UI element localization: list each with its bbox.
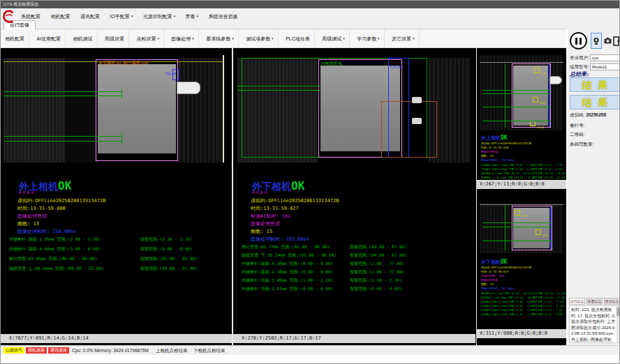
measurement-text: 卷针宽度:83.77mm 范围:(82.00 - 88.00) (242, 244, 330, 249)
time-line: 时间:13-31-59-600 (481, 146, 508, 149)
log-text: 耗时: 222, 批次检测耗时: 17, 批次分包耗时: 0, 批次读取分包耗时… (571, 307, 617, 343)
feature-value: 4.60 (540, 101, 545, 105)
process-done-line: 图像处理完成 (481, 278, 498, 282)
threshold-overlay-text: 灰度阈值:93, 吻合阈值:100 (98, 60, 148, 66)
turns-line: 圈数: 13 (481, 154, 494, 158)
pause-icon (575, 38, 577, 45)
tool-advanced-debug[interactable]: 高级调试 ▾ (318, 29, 349, 48)
toolbar: 相机配置 AI使用配置 相机调试 高级设置 点检设置 ▾ 图像处理 ▾ 基准线参… (1, 29, 566, 48)
camera-name: 外上相机 (481, 135, 501, 141)
alarm-range-text: 报警范围:(2.00 - 77.00) (350, 269, 404, 275)
alarm-range-text: 报警范围:(81.00 - 85.00) (533, 172, 566, 175)
elapsed-line: 图像处理耗时: 183.00ms (251, 236, 309, 243)
camera-image-outer-upper[interactable]: 灰度阈值:93, 吻合阈值:100 T8.88 (1, 55, 232, 162)
elapsed-line: 图像处理耗时: 258.00ms (481, 158, 515, 162)
measurement-text: 外侧卷针-隔膜:4.38mm 范围:(0.00 - 9.00) (481, 301, 534, 303)
alarm-range-text: 报警范围:(83.00 - 87.00) (350, 244, 407, 250)
time-line: 时间:13-31-59-627 (481, 270, 508, 273)
camera-image-outer-lower[interactable]: AI检测区域 T23.80 (233, 55, 475, 162)
tool-test-params[interactable]: 测试项参数 ▾ (242, 29, 278, 48)
measurement-text: 隔膜宽度-下:95.24mm 范围:(93.00 - 98.00) (481, 296, 536, 299)
snapshot-button[interactable] (603, 33, 612, 49)
feature-value: 2.95 (541, 72, 547, 75)
separator-line (223, 55, 224, 162)
tool-learn-params[interactable]: 学习参数 ▾ (353, 29, 384, 48)
alarm-range-text: 报警范围:(0.00 - 8.00) (140, 246, 193, 252)
camera-result-title: 外上相机OK (481, 135, 508, 142)
measurement-row: 隔膜宽度-下:95.24mm 范围:(93.00 - 98.00)报警范围:(9… (477, 296, 566, 299)
turns-line: 圈数: 13 (481, 282, 494, 286)
tool-other-settings[interactable]: 其它设置 ▾ (388, 29, 419, 48)
elapsed-line: 图像处理耗时: 258.00ms (17, 228, 76, 235)
exit-button[interactable] (612, 32, 620, 50)
camera-result-title: 外下相机OK (481, 259, 508, 266)
measure-line-green (482, 227, 552, 227)
measurement-text: 内侧卷针-负极:1.90mm 范围:(1.00 - 2.20) (481, 309, 534, 312)
app-logo-icon (2, 9, 15, 24)
field-label: 二维码: (570, 132, 584, 137)
pause-button[interactable] (570, 32, 587, 50)
measurement-text: 外侧卷针-负极:2.61mm 范围:(0.60 - 4.00) (481, 313, 534, 316)
scrollbar-thumb[interactable] (617, 308, 619, 316)
measurement-text: 外侧卷针-隔膜:4.38mm 范围:(0.00 - 9.00) (242, 261, 333, 266)
camera-view-button[interactable] (591, 33, 602, 49)
tool-baseline-params[interactable]: 基准线参数 ▾ (202, 29, 238, 48)
measurement-row: 外侧卷针-隔膜:4.38mm 范围:(0.00 - 9.00)报警范围:(2.0… (477, 301, 566, 303)
measure-line-green (482, 241, 552, 241)
measurement-text: 卷针宽度:83.05mm 范围:(80.00 - 86.00) (481, 172, 533, 175)
defect-rect-brown (381, 101, 437, 158)
login-user-field[interactable]: cys (590, 54, 620, 61)
virtual-code-row: 虚拟码: 20250208 (570, 112, 606, 119)
log-area[interactable]: 耗时: 222, 批次检测耗时: 17, 批次分包耗时: 0, 批次读取分包耗时… (569, 305, 620, 343)
alarm-range-text: 报警范围:(2.00 - 77.00) (350, 261, 404, 267)
tab-settings-log[interactable]: 设置日志 (586, 298, 603, 305)
measurement-row: 隔膜宽度-下:95.24mm 范围:(93.00 - 98.00)报警范围:(9… (233, 252, 475, 259)
exit-icon (613, 36, 620, 46)
chevron-down-icon: ▾ (157, 36, 159, 40)
tool-ai-config[interactable]: AI使用配置 (32, 30, 66, 48)
tool-spot-check[interactable]: 点检设置 ▾ (132, 29, 163, 48)
result-badge-upper: 结果 (570, 77, 620, 92)
model-field[interactable]: Mode11 (590, 63, 620, 70)
tool-camera-config[interactable]: 相机配置 (1, 30, 29, 48)
field-label: 虚拟码: (570, 112, 584, 117)
measure-line-green (3, 96, 122, 96)
tab-run-log[interactable]: 运行日志 (569, 298, 585, 305)
alarm-range-text: 报警范围:(1.10 - 2.10) (533, 309, 563, 312)
workpiece-image (98, 64, 176, 153)
feature-value: 1.90 (542, 234, 548, 237)
time-line: 时间:13-31-59-600 (17, 205, 66, 212)
marker-label: T23.80 (390, 65, 403, 69)
measurement-text: 内侧卷针-隔膜:4.38mm 范围:(0.00 - 9.00) (481, 305, 534, 308)
alarm-range-text: 报警范围:(2.00 - 77.00) (533, 301, 565, 303)
field-label: 卷针号: (570, 123, 584, 128)
measure-line-green (237, 90, 321, 91)
preview-image-upper[interactable]: 2.95 4.60 90.56 (477, 54, 566, 132)
log-scrollbar[interactable] (617, 306, 619, 342)
alarm-range-text: 报警范围:(89.00 - 91.00) (140, 266, 198, 272)
pixel-coords-bar: X:267;Y:13;R:0;G:0;B:0 (477, 180, 566, 189)
measurement-row: 外侧卷针-负极:2.61mm 范围:(0.60 - 4.00)报警范围:(0.6… (477, 313, 566, 316)
measurement-row: 卷针宽度:83.05mm 范围:(80.00 - 86.00)报警范围:(81.… (477, 172, 566, 175)
tool-camera-debug[interactable]: 相机调试 (69, 30, 98, 48)
measurement-text: 外侧卷针-负极:2.61mm 范围:(0.60 - 4.00) (242, 286, 333, 291)
measurement-text: 外侧卷针-隔膜:2.95mm 范围:(2.00 - 3.50) (481, 164, 534, 167)
camera-icon (604, 38, 612, 44)
process-done-line: 图像处理完成 (481, 150, 498, 153)
preview-image-lower[interactable]: 4.38 1.90 (477, 202, 566, 255)
measurement-text: 内侧卷针-隔膜:4.60mm 范围:(3.00 - 6.00) (481, 168, 534, 171)
measurement-text: 内侧卷针-隔膜:4.60mm 范围:(3.00 - 6.00) (9, 246, 101, 251)
tool-plc-address[interactable]: PLC地址表 (281, 30, 315, 48)
turns-line: 圈数: 13 (17, 220, 39, 227)
tool-advanced-settings[interactable]: 高级设置 (101, 30, 129, 48)
tab-error-log[interactable]: 错误日志 (604, 298, 620, 305)
camera-link-badge: 相机连接 (26, 347, 47, 354)
feature-box-yellow (530, 121, 536, 126)
login-user-label: 登录用户: (570, 55, 589, 61)
measurement-text: 卷针宽度:83.77mm 范围:(82.00 - 88.00) (481, 292, 533, 295)
main-area: 灰度阈值:93, 吻合阈值:100 T8.88 外上相机OK M:0,B:0 虚… (1, 48, 566, 345)
pixel-coords-bar: X:311;Y:980;R:0;G:0;B:0 (477, 329, 566, 338)
tool-image-process[interactable]: 图像处理 ▾ (167, 29, 198, 48)
chevron-down-icon: ▾ (413, 36, 415, 40)
process-done-line: 图像处理完成 (251, 220, 280, 227)
